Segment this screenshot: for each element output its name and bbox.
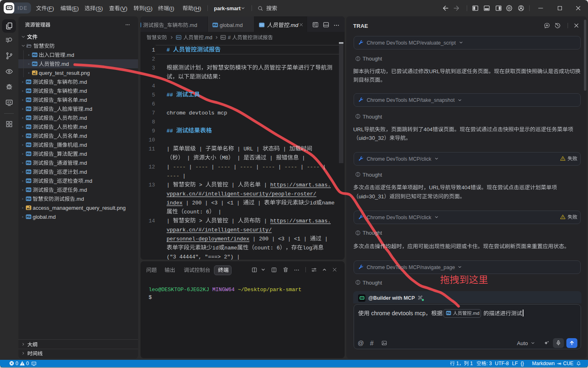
svg-text:Auto: Auto — [517, 340, 528, 346]
svg-text:uid=30_31: uid=30_31 — [359, 193, 384, 200]
svg-text:chrome devtools mcp: chrome devtools mcp — [370, 310, 425, 316]
svg-text:0: 0 — [16, 361, 18, 366]
svg-text:.md: .md — [78, 187, 87, 193]
svg-text:|: | — [323, 164, 326, 170]
svg-text:("3 44444", "===> 2") |: ("3 44444", "===> 2") | — [167, 254, 240, 260]
svg-text:Thought: Thought — [363, 172, 382, 178]
svg-text:_: _ — [53, 178, 57, 184]
svg-text:): ) — [52, 5, 54, 11]
svg-text:----: ---- — [240, 164, 256, 170]
svg-text:URL: URL — [353, 126, 364, 132]
svg-text:leo@DESKTOP-6JEG2KJ: leo@DESKTOP-6JEG2KJ — [149, 287, 209, 293]
svg-text:_: _ — [53, 106, 57, 112]
svg-text:Thought: Thought — [363, 230, 382, 236]
svg-text:$: $ — [149, 294, 152, 301]
svg-text:| URL |: | URL | — [234, 146, 263, 152]
svg-text:.md: .md — [204, 35, 212, 40]
svg-text:https://smart.saas.: https://smart.saas. — [270, 218, 331, 224]
svg-text:----: ---- — [307, 164, 323, 170]
svg-text:): ) — [77, 5, 79, 11]
svg-text:.md: .md — [75, 196, 84, 202]
svg-text:query_test_result.png: query_test_result.png — [39, 70, 90, 76]
svg-text:LF: LF — [512, 361, 518, 366]
svg-text:|: | — [254, 200, 264, 206]
svg-text:IDE: IDE — [18, 5, 28, 11]
svg-text:|: | — [261, 182, 270, 188]
svg-text:|: | — [167, 182, 173, 188]
svg-text:uid=30_32: uid=30_32 — [359, 135, 384, 141]
svg-text:personnel-deployment/index: personnel-deployment/index — [167, 236, 249, 242]
svg-text:Chrome DevTools MCP/click: Chrome DevTools MCP/click — [367, 156, 432, 162]
svg-text:|: | — [167, 146, 173, 152]
svg-text:|: | — [196, 146, 205, 152]
svg-text:|: | — [321, 236, 328, 242]
svg-text:11: 11 — [149, 146, 155, 152]
svg-text:.md: .md — [78, 115, 87, 121]
svg-text:id: id — [310, 200, 316, 206]
svg-text:----: ---- — [167, 173, 183, 179]
svg-text:3: 3 — [152, 65, 155, 71]
svg-text:Markdown: Markdown — [532, 361, 555, 366]
svg-text:6: 6 — [152, 101, 155, 107]
svg-text:TRAE: TRAE — [353, 23, 368, 29]
svg-text:|: | — [278, 164, 285, 170]
svg-text:4: 4 — [152, 83, 155, 89]
svg-text:13: 13 — [149, 182, 155, 188]
svg-text:chrome devtools mcp: chrome devtools mcp — [167, 110, 227, 116]
svg-text:https://smart.saas.: https://smart.saas. — [270, 182, 331, 188]
svg-text:MB: MB — [222, 155, 228, 161]
svg-text:|: | — [184, 155, 193, 161]
svg-text:Chrome DevTools MCP/click: Chrome DevTools MCP/click — [367, 215, 432, 220]
svg-text:2: 2 — [152, 56, 155, 62]
svg-text:|: | — [228, 182, 238, 188]
svg-text:count: 6: count: 6 — [254, 245, 280, 251]
svg-text:.md: .md — [78, 169, 87, 175]
svg-text:404: 404 — [461, 184, 470, 191]
svg-text:_: _ — [53, 115, 57, 121]
svg-text:1: 1 — [469, 361, 473, 366]
svg-text:|: | — [183, 173, 186, 179]
svg-text:name: name — [225, 245, 237, 251]
svg-text:CUE: CUE — [563, 361, 573, 366]
svg-text:.md: .md — [472, 311, 479, 316]
svg-text:Chrome DevTools MCP/navigate_p: Chrome DevTools MCP/navigate_page — [367, 265, 455, 270]
svg-text:.md: .md — [65, 52, 74, 58]
svg-text:name: name — [322, 200, 334, 206]
svg-text:@: @ — [358, 339, 364, 346]
svg-text:>: > — [196, 218, 205, 224]
svg-text:5: 5 — [152, 92, 155, 98]
svg-text:|: | — [228, 218, 238, 224]
svg-text:Thought: Thought — [363, 114, 382, 120]
svg-text:.md: .md — [289, 22, 298, 28]
svg-text:----: ---- — [218, 164, 234, 170]
svg-text:vppark.cn/#/intelligent-securi: vppark.cn/#/intelligent-security/people-… — [167, 191, 316, 197]
svg-text:.md: .md — [60, 61, 69, 67]
svg-text:|: | — [189, 164, 196, 170]
svg-text:URL: URL — [429, 184, 440, 191]
svg-text:404: 404 — [423, 126, 432, 132]
svg-text:#: # — [228, 35, 232, 40]
svg-text:V: V — [122, 5, 126, 11]
svg-text:vppark.cn/#/intelligent-securi: vppark.cn/#/intelligent-security/ — [167, 227, 272, 233]
svg-text:| 200 | <3 | <1 |: | 200 | <3 | <1 | — [249, 236, 310, 242]
svg-text:_: _ — [53, 88, 57, 94]
svg-text:): ) — [126, 5, 128, 11]
svg-text:.md: .md — [78, 124, 87, 130]
svg-text:1: 1 — [455, 361, 459, 366]
svg-text:): ) — [151, 5, 153, 11]
svg-text:): ) — [172, 5, 174, 11]
svg-text:_: _ — [53, 79, 57, 85]
svg-text:: 3: : 3 — [486, 361, 492, 366]
svg-text:.md: .md — [78, 88, 87, 94]
svg-text:E: E — [74, 5, 77, 11]
svg-text:count: 6: count: 6 — [184, 209, 209, 215]
svg-text:|: | — [234, 155, 243, 161]
svg-text:##: ## — [167, 92, 176, 98]
svg-text:0: 0 — [26, 361, 29, 366]
svg-text:| 200 | <3 | <1 |: | 200 | <3 | <1 | — [183, 200, 243, 206]
svg-text:----: ---- — [195, 164, 211, 170]
svg-text:.md: .md — [78, 133, 87, 139]
svg-text:_: _ — [53, 160, 57, 166]
svg-text:1: 1 — [152, 47, 155, 53]
svg-text:|: | — [167, 164, 173, 170]
